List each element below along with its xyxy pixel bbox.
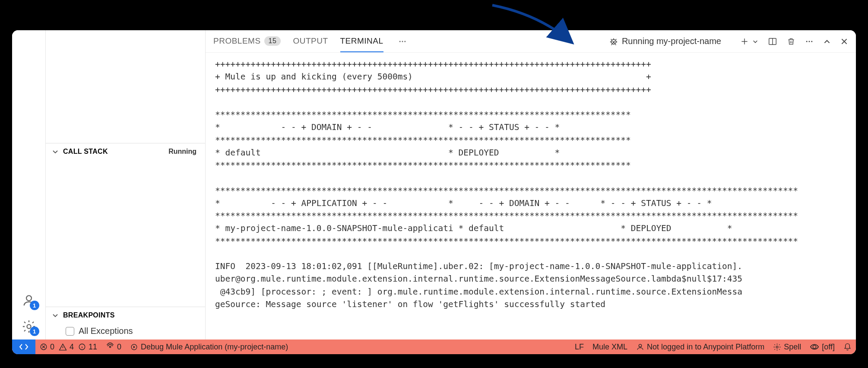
more-actions-icon[interactable] xyxy=(805,37,814,46)
tab-output[interactable]: OUTPUT xyxy=(293,30,328,52)
trash-icon[interactable] xyxy=(787,37,795,46)
new-terminal-icon[interactable] xyxy=(740,37,749,46)
split-terminal-icon[interactable] xyxy=(768,37,777,46)
problems-badge: 15 xyxy=(264,36,281,46)
terminal-process-label[interactable]: Running my-project-name xyxy=(609,36,721,46)
tab-problems[interactable]: PROBLEMS 15 xyxy=(213,30,281,52)
status-value: LF xyxy=(575,343,584,352)
tab-label: TERMINAL xyxy=(340,36,383,46)
svg-point-8 xyxy=(809,41,810,42)
status-info[interactable]: 11 xyxy=(78,339,101,354)
maximize-panel-icon[interactable] xyxy=(823,38,831,45)
status-ports[interactable]: 0 xyxy=(101,339,126,354)
svg-point-15 xyxy=(776,346,778,348)
breakpoints-header[interactable]: BREAKPOINTS xyxy=(46,307,205,324)
svg-point-16 xyxy=(813,345,816,348)
tab-label: OUTPUT xyxy=(293,36,328,46)
status-value: [off] xyxy=(822,343,835,352)
chevron-down-icon xyxy=(52,312,60,319)
status-errors[interactable]: 0 xyxy=(35,339,59,354)
accounts-badge: 1 xyxy=(30,301,39,310)
status-eol[interactable]: LF xyxy=(570,339,588,354)
status-value: Debug Mule Application (my-project-name) xyxy=(141,343,288,352)
panel-tabs: PROBLEMS 15 OUTPUT TERMINAL Runni xyxy=(206,30,856,53)
terminal-name: Running my-project-name xyxy=(622,36,721,46)
call-stack-header[interactable]: CALL STACK Running xyxy=(46,143,205,160)
remote-indicator-icon[interactable] xyxy=(12,339,35,354)
settings-gear-icon[interactable]: 1 xyxy=(20,318,38,335)
status-notifications-icon[interactable] xyxy=(839,339,856,354)
tab-terminal[interactable]: TERMINAL xyxy=(340,30,383,52)
svg-point-2 xyxy=(399,41,400,42)
status-value: Not logged in to Anypoint Platform xyxy=(647,343,764,352)
svg-point-9 xyxy=(811,41,812,42)
status-off[interactable]: [off] xyxy=(805,339,839,354)
status-value: 4 xyxy=(70,343,74,352)
accounts-icon[interactable]: 1 xyxy=(20,292,38,309)
panel-area: PROBLEMS 15 OUTPUT TERMINAL Runni xyxy=(206,30,856,339)
status-anypoint-login[interactable]: Not logged in to Anypoint Platform xyxy=(632,339,769,354)
more-tabs-icon[interactable] xyxy=(398,37,407,46)
svg-point-12 xyxy=(109,346,111,347)
svg-point-0 xyxy=(26,295,32,301)
svg-point-14 xyxy=(639,344,641,347)
status-bar: 0 4 11 0 Debug Mule Application (my-proj… xyxy=(12,339,856,354)
status-value: 0 xyxy=(117,343,121,352)
status-warnings[interactable]: 4 xyxy=(59,339,78,354)
svg-point-1 xyxy=(27,324,31,328)
activity-bar: 1 1 xyxy=(12,30,46,339)
call-stack-status: Running xyxy=(168,148,199,155)
status-language[interactable]: Mule XML xyxy=(588,339,632,354)
status-debug-config[interactable]: Debug Mule Application (my-project-name) xyxy=(126,339,292,354)
tab-label: PROBLEMS xyxy=(213,36,261,46)
svg-point-3 xyxy=(402,41,403,42)
terminal-dropdown-icon[interactable] xyxy=(752,38,758,44)
status-value: 0 xyxy=(50,343,54,352)
debug-sidebar: CALL STACK Running BREAKPOINTS All Excep… xyxy=(46,30,206,339)
close-panel-icon[interactable] xyxy=(840,38,848,45)
debug-icon xyxy=(609,37,618,46)
svg-point-4 xyxy=(404,41,405,42)
breakpoint-item[interactable]: All Exceptions xyxy=(46,324,205,339)
status-value: Mule XML xyxy=(592,343,627,352)
breakpoints-title: BREAKPOINTS xyxy=(63,311,115,319)
breakpoint-label: All Exceptions xyxy=(79,326,133,336)
settings-badge: 1 xyxy=(30,327,39,336)
chevron-down-icon xyxy=(52,148,60,155)
svg-point-7 xyxy=(806,41,808,42)
terminal-output[interactable]: ++++++++++++++++++++++++++++++++++++++++… xyxy=(206,53,856,339)
status-value: 11 xyxy=(89,343,97,352)
status-spell[interactable]: Spell xyxy=(769,339,805,354)
status-value: Spell xyxy=(784,343,801,352)
checkbox-icon[interactable] xyxy=(66,327,74,336)
call-stack-title: CALL STACK xyxy=(63,148,108,155)
